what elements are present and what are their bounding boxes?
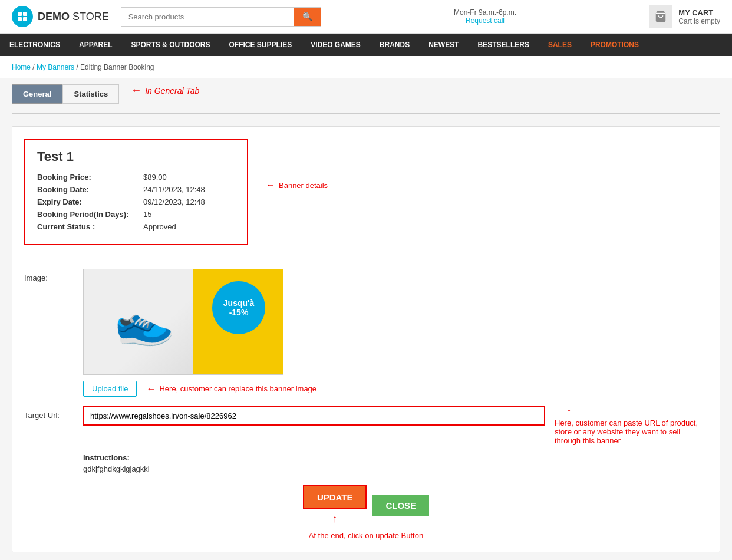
upload-arrow: ← (146, 384, 156, 394)
upload-annotation: ← Here, customer can replace this banner… (146, 384, 316, 394)
main-nav: ELECTRONICS APPAREL SPORTS & OUTDOORS OF… (0, 34, 732, 56)
booking-price-label: Booking Price: (37, 173, 143, 182)
banner-image: 👟 Jusqu'à -15% (83, 269, 283, 375)
upload-area: Upload file ← Here, customer can replace… (83, 381, 316, 397)
tab-annotation-arrow: ← (131, 84, 141, 97)
breadcrumb-current: Editing Banner Booking (80, 63, 154, 71)
booking-date-value: 24/11/2023, 12:48 (143, 185, 205, 194)
nav-brands[interactable]: BRANDS (370, 34, 419, 56)
breadcrumb: Home / My Banners / Editing Banner Booki… (0, 56, 732, 78)
booking-date-row: Booking Date: 24/11/2023, 12:48 (37, 185, 235, 194)
booking-expiry-value: 09/12/2023, 12:48 (143, 197, 205, 206)
content-card: Test 1 Booking Price: $89.00 Booking Dat… (12, 126, 720, 552)
tabs-container: General Statistics (12, 84, 119, 104)
nav-office[interactable]: OFFICE SUPPLIES (219, 34, 301, 56)
instructions-section: Instructions: gdkjfghdkgklgjagkkl (83, 453, 708, 473)
nav-videogames[interactable]: VIDEO GAMES (301, 34, 370, 56)
svg-rect-2 (18, 17, 22, 21)
url-up-arrow: ↑ (566, 406, 572, 419)
cart-icon (649, 5, 672, 28)
url-annotation-text: Here, customer can paste URL of product,… (555, 419, 708, 445)
tab-statistics[interactable]: Statistics (62, 84, 119, 104)
nav-promotions[interactable]: PROMOTIONS (581, 34, 648, 56)
nav-electronics[interactable]: ELECTRONICS (0, 34, 70, 56)
banner-annotation-text: Banner details (279, 181, 328, 190)
booking-title: Test 1 (37, 149, 235, 164)
banner-annotation-arrow: ← (266, 180, 275, 190)
tab-general[interactable]: General (12, 84, 62, 104)
url-section: Target Url: ↑ Here, customer can paste U… (24, 406, 708, 445)
breadcrumb-my-banners[interactable]: My Banners (37, 63, 74, 71)
booking-period-label: Booking Period(In Days): (37, 210, 143, 219)
booking-status-label: Current Status : (37, 222, 143, 231)
booking-price-value: $89.00 (143, 173, 167, 182)
svg-rect-3 (23, 17, 27, 21)
tab-annotation-text: In General Tab (145, 86, 199, 95)
nav-apparel[interactable]: APPAREL (70, 34, 121, 56)
booking-price-row: Booking Price: $89.00 (37, 173, 235, 182)
image-label: Image: (24, 269, 83, 282)
contact-info: Mon-Fr 9a.m.-6p.m. Request call (333, 8, 638, 25)
booking-status-row: Current Status : Approved (37, 222, 235, 231)
tab-underline (12, 113, 720, 114)
contact-hours: Mon-Fr 9a.m.-6p.m. (333, 8, 638, 17)
discount-line1: Jusqu'à (223, 298, 254, 308)
cart-text: MY CART Cart is empty (678, 8, 720, 25)
search-input[interactable] (121, 8, 294, 26)
nav-sales[interactable]: SALES (539, 34, 581, 56)
header: DEMO STORE 🔍 Mon-Fr 9a.m.-6p.m. Request … (0, 0, 732, 34)
svg-rect-1 (23, 12, 27, 16)
url-input[interactable] (83, 406, 545, 426)
nav-sports[interactable]: SPORTS & OUTDOORS (121, 34, 219, 56)
cart-empty-text: Cart is empty (678, 17, 720, 25)
tab-annotation: ← In General Tab (131, 84, 199, 97)
search-bar: 🔍 (121, 7, 321, 27)
tabs-area: General Statistics ← In General Tab (12, 84, 720, 104)
discount-badge: Jusqu'à -15% (212, 281, 265, 334)
breadcrumb-home[interactable]: Home (12, 63, 31, 71)
request-call-link[interactable]: Request call (466, 17, 505, 25)
logo-text: DEMO STORE (38, 11, 109, 23)
nav-bestsellers[interactable]: BESTSELLERS (469, 34, 539, 56)
search-button[interactable]: 🔍 (294, 8, 321, 26)
main-content: General Statistics ← In General Tab Test… (0, 78, 732, 560)
cart-area: MY CART Cart is empty (649, 5, 720, 28)
nav-newest[interactable]: NEWEST (419, 34, 468, 56)
booking-period-value: 15 (143, 210, 151, 219)
upload-file-button[interactable]: Upload file (83, 381, 137, 397)
url-input-wrap (83, 406, 545, 426)
booking-expiry-label: Expiry Date: (37, 197, 143, 206)
booking-details-box: Test 1 Booking Price: $89.00 Booking Dat… (24, 139, 248, 245)
logo-icon (12, 6, 33, 27)
shoe-emoji: 👟 (110, 289, 177, 354)
instructions-label: Instructions: (83, 453, 708, 462)
booking-expiry-row: Expiry Date: 09/12/2023, 12:48 (37, 197, 235, 206)
url-label: Target Url: (24, 406, 83, 420)
upload-annotation-text: Here, customer can replace this banner i… (159, 384, 316, 393)
booking-period-row: Booking Period(In Days): 15 (37, 210, 235, 219)
discount-line2: -15% (229, 308, 249, 317)
booking-date-label: Booking Date: (37, 185, 143, 194)
logo: DEMO STORE (12, 6, 109, 27)
instructions-value: gdkjfghdkgklgjagkkl (83, 465, 708, 473)
image-section: Image: 👟 Jusqu'à -15% (24, 269, 708, 397)
svg-rect-0 (18, 12, 22, 16)
buttons-area: UPDATE ↑ CLOSE (24, 485, 708, 525)
image-content: 👟 Jusqu'à -15% Upload file ← Here, c (83, 269, 316, 397)
update-button[interactable]: UPDATE (303, 485, 367, 509)
booking-status-value: Approved (143, 222, 176, 231)
update-up-arrow: ↑ (332, 513, 338, 525)
close-button[interactable]: CLOSE (372, 495, 429, 516)
cart-title: MY CART (678, 8, 720, 17)
bottom-annotation: At the end, click on update Button (24, 531, 708, 540)
